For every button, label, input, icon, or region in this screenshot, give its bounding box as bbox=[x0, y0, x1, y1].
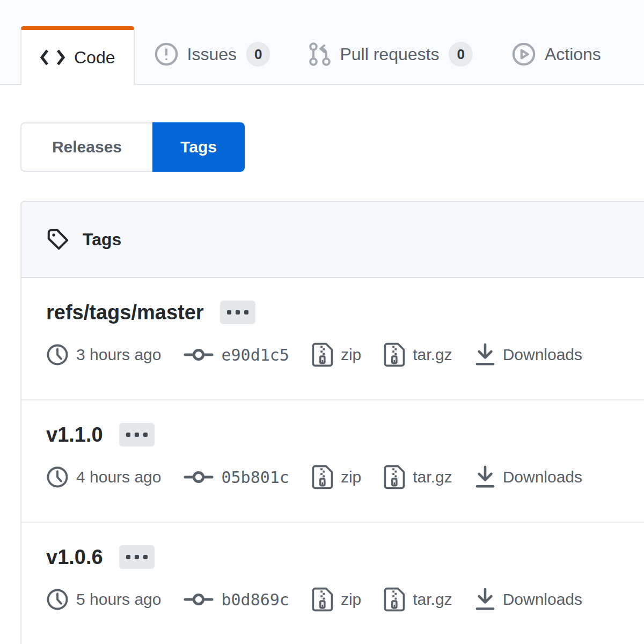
tab-pull-requests[interactable]: Pull requests 0 bbox=[289, 25, 492, 84]
clock-icon bbox=[46, 466, 69, 488]
kebab-horizontal-icon bbox=[227, 310, 248, 314]
downloads-label: Downloads bbox=[503, 346, 582, 364]
repo-tab-bar: Code Issues 0 Pull requests 0 bbox=[0, 0, 644, 85]
targz-label: tar.gz bbox=[413, 346, 452, 364]
downloads-link[interactable]: Downloads bbox=[475, 588, 582, 611]
git-commit-icon bbox=[184, 592, 214, 607]
git-pull-request-icon bbox=[309, 42, 331, 67]
file-zip-icon bbox=[384, 342, 405, 367]
zip-download-link[interactable]: zip bbox=[312, 342, 361, 367]
releases-tags-toggle: Releases Tags bbox=[20, 122, 245, 172]
tags-panel-title: Tags bbox=[83, 230, 121, 250]
commit-sha: e90d1c5 bbox=[221, 346, 289, 364]
downloads-link[interactable]: Downloads bbox=[475, 343, 582, 367]
tag-name-link[interactable]: v1.1.0 bbox=[46, 423, 103, 447]
tag-row: v1.1.0 4 hours ago 05b801c bbox=[21, 400, 644, 523]
tag-age-label: 4 hours ago bbox=[76, 468, 161, 486]
tags-panel: Tags refs/tags/master 3 hours ago bbox=[20, 201, 644, 644]
git-commit-icon bbox=[184, 347, 214, 362]
tab-code[interactable]: Code bbox=[20, 26, 135, 85]
commit-sha: b0d869c bbox=[221, 590, 289, 609]
git-commit-icon bbox=[184, 470, 214, 485]
tag-name-link[interactable]: v1.0.6 bbox=[46, 546, 103, 569]
tag-icon bbox=[46, 228, 70, 251]
tab-issues[interactable]: Issues 0 bbox=[135, 25, 290, 84]
file-zip-icon bbox=[312, 587, 333, 612]
download-icon bbox=[475, 465, 495, 489]
file-zip-icon bbox=[312, 342, 333, 367]
pull-requests-count-badge: 0 bbox=[449, 42, 472, 67]
tab-pull-requests-label: Pull requests bbox=[340, 45, 439, 64]
issues-count-badge: 0 bbox=[246, 42, 270, 67]
tag-age-label: 5 hours ago bbox=[76, 590, 161, 609]
targz-label: tar.gz bbox=[413, 590, 452, 609]
tag-message-expand-button[interactable] bbox=[119, 423, 155, 447]
tag-message-expand-button[interactable] bbox=[220, 301, 255, 324]
tab-actions[interactable]: Actions bbox=[492, 25, 620, 84]
issue-opened-icon bbox=[154, 42, 179, 67]
tag-age: 3 hours ago bbox=[46, 343, 161, 366]
targz-download-link[interactable]: tar.gz bbox=[384, 465, 452, 489]
tab-code-label: Code bbox=[74, 48, 115, 68]
commit-sha: 05b801c bbox=[221, 468, 289, 487]
zip-label: zip bbox=[341, 590, 361, 609]
download-icon bbox=[475, 343, 495, 367]
play-circle-icon bbox=[511, 42, 536, 67]
targz-download-link[interactable]: tar.gz bbox=[384, 342, 452, 367]
clock-icon bbox=[46, 343, 69, 366]
tags-panel-header: Tags bbox=[21, 202, 644, 278]
commit-link[interactable]: e90d1c5 bbox=[184, 346, 289, 364]
tag-message-expand-button[interactable] bbox=[119, 545, 155, 569]
zip-download-link[interactable]: zip bbox=[312, 587, 361, 612]
commit-link[interactable]: b0d869c bbox=[184, 590, 289, 609]
downloads-link[interactable]: Downloads bbox=[475, 465, 582, 489]
tab-issues-label: Issues bbox=[187, 45, 237, 64]
download-icon bbox=[475, 588, 495, 611]
clock-icon bbox=[46, 588, 69, 611]
tag-row: refs/tags/master 3 hours ago e90d1c5 bbox=[21, 278, 644, 400]
releases-button[interactable]: Releases bbox=[20, 122, 152, 172]
tab-actions-label: Actions bbox=[545, 45, 601, 64]
targz-download-link[interactable]: tar.gz bbox=[384, 587, 452, 612]
zip-download-link[interactable]: zip bbox=[312, 465, 361, 489]
file-zip-icon bbox=[312, 465, 333, 489]
tags-button[interactable]: Tags bbox=[152, 122, 245, 172]
github-repo-tags-page: Code Issues 0 Pull requests 0 bbox=[0, 0, 644, 644]
tag-row: v1.0.6 5 hours ago b0d869c bbox=[21, 523, 644, 644]
zip-label: zip bbox=[341, 346, 361, 364]
targz-label: tar.gz bbox=[413, 468, 452, 486]
file-zip-icon bbox=[384, 587, 405, 612]
zip-label: zip bbox=[341, 468, 361, 486]
file-zip-icon bbox=[384, 465, 405, 489]
tag-age-label: 3 hours ago bbox=[76, 346, 161, 364]
kebab-horizontal-icon bbox=[126, 555, 148, 559]
tag-name-link[interactable]: refs/tags/master bbox=[46, 301, 204, 324]
downloads-label: Downloads bbox=[503, 590, 582, 609]
tag-age: 5 hours ago bbox=[46, 588, 161, 611]
downloads-label: Downloads bbox=[503, 468, 582, 486]
code-icon bbox=[40, 48, 65, 67]
kebab-horizontal-icon bbox=[126, 433, 148, 437]
commit-link[interactable]: 05b801c bbox=[184, 468, 289, 487]
tag-age: 4 hours ago bbox=[46, 466, 161, 488]
